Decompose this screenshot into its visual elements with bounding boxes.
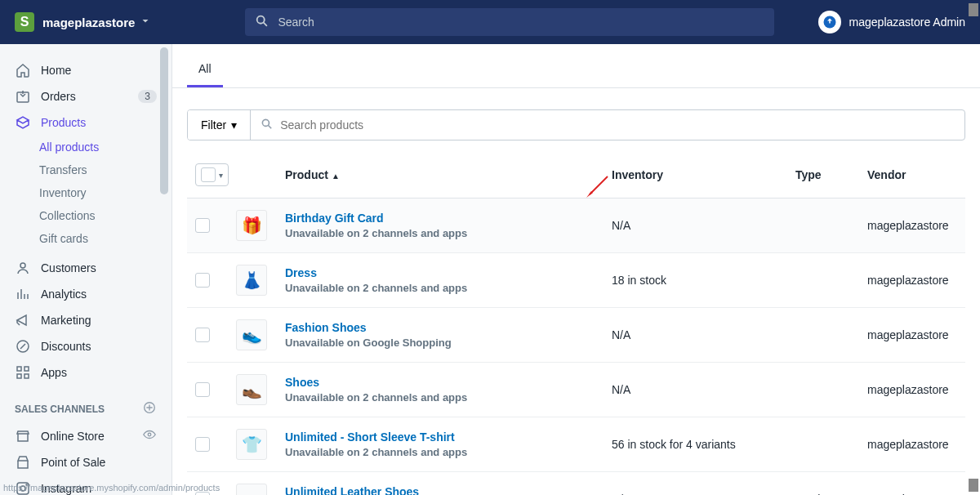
discounts-icon: [15, 338, 31, 355]
table-row[interactable]: 👕Unlimited - Short Sleeve T-shirtUnavail…: [187, 417, 965, 472]
product-availability: Unavailable on 2 channels and apps: [285, 227, 612, 239]
row-checkbox[interactable]: [195, 218, 210, 233]
table-row[interactable]: 👟Fashion ShoesUnavailable on Google Shop…: [187, 308, 965, 363]
sidebar-scrollbar[interactable]: [160, 47, 168, 194]
products-icon: [15, 114, 31, 131]
sidebar-sub-collections[interactable]: Collections: [0, 204, 172, 227]
filter-button[interactable]: Filter ▾: [188, 110, 251, 140]
row-checkbox[interactable]: [195, 273, 210, 288]
svg-rect-5: [24, 367, 29, 371]
product-link[interactable]: Birthday Gift Card: [285, 212, 612, 225]
header-product[interactable]: Product: [285, 168, 328, 181]
filter-row: Filter ▾: [187, 109, 965, 140]
row-checkbox[interactable]: [195, 382, 210, 397]
apps-icon: [15, 364, 31, 381]
product-thumbnail: 👕: [236, 429, 267, 460]
row-checkbox[interactable]: [195, 437, 210, 452]
sidebar-sub-transfers[interactable]: Transfers: [0, 158, 172, 181]
inventory-cell: N/A: [612, 383, 795, 396]
vendor-cell: mageplazastore: [867, 219, 965, 232]
sidebar-label: Home: [41, 64, 71, 77]
sort-asc-icon: ▲: [332, 172, 340, 181]
eye-icon[interactable]: [142, 427, 157, 444]
inventory-cell: 18 in stock: [612, 274, 795, 287]
product-availability: Unavailable on Google Shopping: [285, 337, 612, 349]
table-row[interactable]: 🎁Birthday Gift CardUnavailable on 2 chan…: [187, 198, 965, 253]
table-row[interactable]: 👗DressUnavailable on 2 channels and apps…: [187, 253, 965, 308]
svg-point-9: [148, 433, 151, 436]
product-link[interactable]: Dress: [285, 266, 612, 279]
sidebar-label: Products: [41, 116, 86, 129]
global-search-input[interactable]: [278, 16, 764, 29]
caret-down-icon: ▾: [231, 118, 237, 132]
svg-rect-7: [24, 374, 29, 378]
home-icon: [15, 62, 31, 78]
sidebar-item-customers[interactable]: Customers: [0, 255, 172, 281]
add-channel-icon[interactable]: [142, 400, 157, 417]
product-link[interactable]: Unlimited Leather Shoes: [285, 485, 612, 495]
select-all-checkbox[interactable]: [201, 167, 216, 182]
vendor-cell: mageplazastore: [867, 438, 965, 451]
svg-rect-4: [17, 367, 21, 371]
marketing-icon: [15, 312, 31, 328]
sidebar-item-home[interactable]: Home: [0, 57, 172, 83]
chevron-down-icon[interactable]: [140, 16, 151, 29]
sidebar: Home Orders 3 Products All products Tran…: [0, 44, 172, 495]
sidebar-label: Discounts: [41, 340, 91, 353]
sidebar-item-apps[interactable]: Apps: [0, 359, 172, 386]
tab-all[interactable]: All: [187, 54, 223, 87]
sales-channels-header: SALES CHANNELS: [0, 386, 172, 422]
vendor-cell: mageplazastore: [867, 274, 965, 287]
product-link[interactable]: Unlimited - Short Sleeve T-shirt: [285, 430, 612, 444]
header-inventory[interactable]: Inventory: [612, 168, 663, 181]
store-name[interactable]: mageplazastore: [42, 16, 135, 29]
product-availability: Unavailable on 2 channels and apps: [285, 446, 612, 458]
product-availability: Unavailable on 2 channels and apps: [285, 282, 612, 294]
inventory-cell: N/A: [612, 328, 795, 341]
product-link[interactable]: Fashion Shoes: [285, 321, 612, 334]
sidebar-label: Marketing: [41, 314, 91, 327]
sidebar-sub-inventory[interactable]: Inventory: [0, 181, 172, 204]
product-thumbnail: 👟: [236, 319, 267, 350]
sidebar-item-discounts[interactable]: Discounts: [0, 333, 172, 359]
sidebar-sub-gift-cards[interactable]: Gift cards: [0, 227, 172, 250]
table-row[interactable]: 👞ShoesUnavailable on 2 channels and apps…: [187, 363, 965, 417]
sidebar-item-orders[interactable]: Orders 3: [0, 83, 172, 109]
select-all-dropdown[interactable]: ▾: [195, 163, 229, 186]
row-checkbox[interactable]: [195, 328, 210, 342]
global-search[interactable]: [245, 8, 774, 36]
admin-avatar[interactable]: [818, 11, 841, 33]
product-availability: Unavailable on 2 channels and apps: [285, 391, 612, 404]
browser-scroll-up[interactable]: [969, 3, 978, 16]
product-link[interactable]: Shoes: [285, 376, 612, 389]
product-search[interactable]: [251, 110, 964, 140]
sidebar-sub-all-products[interactable]: All products: [0, 136, 172, 158]
table-row[interactable]: 👞Unlimited Leather ShoesUnavailable on 2…: [187, 472, 965, 495]
analytics-icon: [15, 286, 31, 302]
orders-icon: [15, 88, 31, 105]
sidebar-item-products[interactable]: Products: [0, 109, 172, 136]
svg-point-2: [20, 263, 25, 268]
status-url: https://mageplazastore.myshopify.com/adm…: [3, 483, 220, 493]
header-type[interactable]: Type: [795, 168, 822, 181]
sidebar-label: Orders: [41, 90, 76, 103]
sidebar-item-analytics[interactable]: Analytics: [0, 281, 172, 307]
tabs: All: [172, 54, 980, 88]
channel-point-of-sale[interactable]: Point of Sale: [0, 449, 172, 475]
browser-scroll-down[interactable]: [969, 479, 978, 492]
sidebar-label: Apps: [41, 366, 67, 379]
search-icon: [261, 118, 274, 133]
product-thumbnail: 👞: [236, 484, 267, 495]
product-thumbnail: 👞: [236, 374, 267, 405]
admin-name[interactable]: mageplazastore Admin: [849, 16, 965, 29]
store-icon: [15, 428, 31, 444]
top-bar: S mageplazastore mageplazastore Admin: [0, 0, 980, 44]
pos-icon: [15, 454, 31, 470]
header-vendor[interactable]: Vendor: [867, 168, 906, 181]
inventory-cell: N/A: [612, 219, 795, 232]
channel-online-store[interactable]: Online Store: [0, 422, 172, 449]
sidebar-item-marketing[interactable]: Marketing: [0, 307, 172, 333]
channel-label: Online Store: [41, 430, 105, 443]
vendor-cell: mageplazastore: [867, 328, 965, 341]
product-search-input[interactable]: [280, 110, 955, 140]
